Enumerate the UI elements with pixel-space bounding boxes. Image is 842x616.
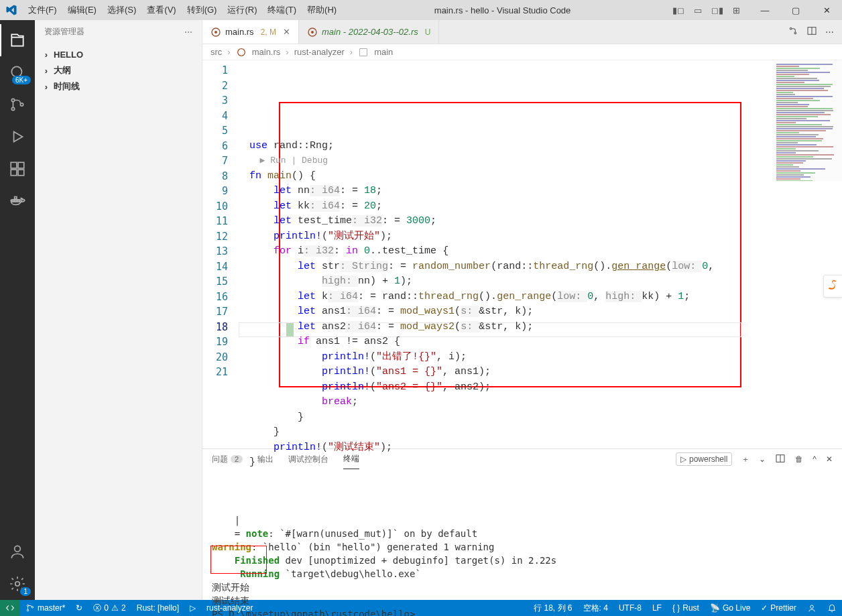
svg-rect-5 — [11, 170, 17, 176]
minimize-button[interactable]: — — [749, 0, 780, 20]
rust-file-icon — [307, 27, 318, 38]
svg-point-1 — [11, 99, 14, 101]
toggle-sidebar-right-icon[interactable]: ◻▮ — [711, 5, 723, 15]
editor-tabs: main.rs 2, M ✕ main - 2022-04-03--02.rs … — [202, 20, 842, 44]
activity-scm[interactable] — [0, 88, 35, 121]
svg-rect-11 — [15, 197, 17, 199]
vscode-logo-icon — [0, 4, 23, 16]
toggle-panel-icon[interactable]: ▭ — [694, 5, 702, 15]
split-editor-icon[interactable] — [806, 25, 817, 38]
editor-group: main.rs 2, M ✕ main - 2022-04-03--02.rs … — [202, 20, 842, 600]
explorer-sidebar: 资源管理器 ⋯ ›HELLO ›大纲 ›时间线 — [35, 20, 202, 600]
activity-search[interactable]: 6K+ — [0, 56, 35, 88]
menu-编辑(E)[interactable]: 编辑(E) — [62, 1, 102, 19]
symbol-function-icon — [358, 47, 369, 58]
activity-explorer[interactable] — [0, 24, 35, 56]
svg-point-18 — [790, 27, 792, 29]
activity-bar: 6K+ 1 — [0, 20, 35, 600]
maximize-button[interactable]: ▢ — [780, 0, 811, 20]
status-run-icon[interactable]: ▷ — [184, 600, 201, 616]
svg-point-2 — [11, 107, 14, 110]
breadcrumb[interactable]: src› main.rs› rust-analyzer› main — [202, 44, 842, 60]
svg-point-12 — [15, 546, 21, 552]
tab-main-backup-rs[interactable]: main - 2022-04-03--02.rs U — [299, 20, 439, 44]
svg-rect-7 — [18, 162, 24, 168]
status-errors-warnings[interactable]: ⓧ 0 ⚠ 2 — [88, 600, 131, 616]
menu-查看(V)[interactable]: 查看(V) — [141, 1, 181, 19]
menu-运行(R)[interactable]: 运行(R) — [222, 1, 262, 19]
tab-main-rs[interactable]: main.rs 2, M ✕ — [202, 20, 299, 44]
svg-point-15 — [215, 31, 217, 34]
svg-rect-4 — [11, 162, 17, 168]
rust-file-icon — [236, 47, 247, 58]
search-badge: 6K+ — [12, 76, 31, 84]
svg-rect-23 — [360, 48, 367, 56]
tab-close-icon[interactable]: ✕ — [283, 27, 290, 37]
terminal[interactable]: | = note: `#[warn(unused_mut)]` on by de… — [202, 469, 842, 616]
menu-帮助(H)[interactable]: 帮助(H) — [302, 1, 342, 19]
editor[interactable]: 123456789101112131415161718192021 use ra… — [202, 60, 842, 448]
codelens-run-debug[interactable]: ▶ Run | Debug — [239, 153, 842, 169]
status-git-branch[interactable]: master* — [20, 600, 70, 616]
svg-point-22 — [237, 48, 245, 56]
svg-point-27 — [27, 609, 28, 611]
sidebar-section-hello[interactable]: ›HELLO — [35, 46, 202, 62]
svg-point-26 — [27, 605, 28, 606]
activity-settings[interactable]: 1 — [0, 568, 35, 600]
editor-more-icon[interactable]: ⋯ — [825, 27, 834, 37]
menu-转到(G)[interactable]: 转到(G) — [182, 1, 223, 19]
menu-终端(T)[interactable]: 终端(T) — [262, 1, 302, 19]
title-bar: 文件(F)编辑(E)选择(S)查看(V)转到(G)运行(R)终端(T)帮助(H)… — [0, 0, 842, 20]
layout-icons: ▮◻ ▭ ◻▮ ⊞ — [663, 5, 749, 15]
svg-point-13 — [15, 582, 20, 587]
status-sync[interactable]: ↻ — [70, 600, 88, 616]
activity-extensions[interactable] — [0, 153, 35, 185]
svg-rect-6 — [18, 170, 24, 176]
line-numbers: 123456789101112131415161718192021 — [202, 60, 239, 448]
sidebar-more-icon[interactable]: ⋯ — [184, 27, 192, 37]
status-remote-icon[interactable] — [0, 600, 20, 616]
activity-account[interactable] — [0, 536, 35, 568]
activity-debug[interactable] — [0, 121, 35, 153]
close-window-button[interactable]: ✕ — [811, 0, 842, 20]
sidebar-section-timeline[interactable]: ›时间线 — [35, 78, 202, 95]
settings-badge: 1 — [20, 587, 31, 596]
window-title: main.rs - hello - Visual Studio Code — [342, 5, 663, 15]
svg-point-3 — [20, 103, 23, 106]
activity-docker[interactable] — [0, 185, 35, 217]
menu-文件(F)[interactable]: 文件(F) — [23, 1, 62, 19]
svg-point-19 — [794, 32, 796, 34]
menu-选择(S)[interactable]: 选择(S) — [102, 1, 141, 19]
toggle-sidebar-left-icon[interactable]: ▮◻ — [672, 5, 684, 15]
window-controls: — ▢ ✕ — [749, 0, 842, 20]
layout-customize-icon[interactable]: ⊞ — [733, 5, 740, 15]
sidebar-section-outline[interactable]: ›大纲 — [35, 62, 202, 78]
compare-changes-icon[interactable] — [788, 25, 798, 38]
svg-point-17 — [311, 31, 314, 34]
status-rust-project[interactable]: Rust: [hello] — [131, 600, 184, 616]
code-area[interactable]: use rand::Rng; ▶ Run | Debugfn main() { … — [239, 60, 842, 448]
menubar: 文件(F)编辑(E)选择(S)查看(V)转到(G)运行(R)终端(T)帮助(H) — [23, 1, 342, 19]
sidebar-title: 资源管理器 — [44, 26, 84, 38]
rust-file-icon — [210, 27, 221, 38]
